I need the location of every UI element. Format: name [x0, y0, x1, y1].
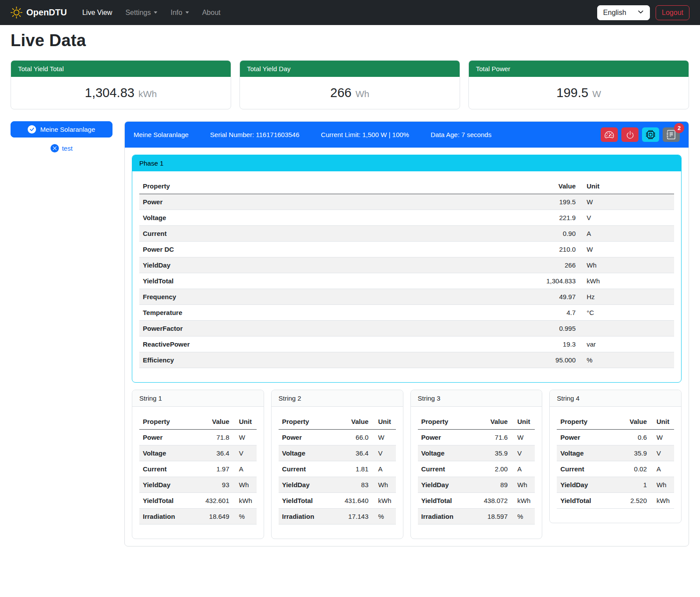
unit-cell: % — [372, 509, 396, 525]
device-info-button[interactable] — [642, 127, 659, 142]
column-header-property: Property — [279, 414, 331, 430]
property-cell: Voltage — [418, 445, 470, 461]
unit-cell: A — [650, 461, 674, 477]
check-circle-icon — [28, 125, 36, 134]
string-3-table: Property Value Unit Power71.6WVoltage35.… — [418, 414, 535, 525]
property-cell: YieldDay — [139, 257, 522, 273]
property-cell: Current — [418, 461, 470, 477]
table-row: YieldDay266Wh — [139, 257, 674, 273]
string-4-card: String 4 Property Value Unit Power0.6WVo… — [549, 390, 682, 523]
power-button[interactable] — [621, 127, 638, 142]
card-unit: Wh — [355, 89, 370, 99]
unit-cell — [579, 321, 674, 336]
string-3-card: String 3 Property Value Unit Power71.6WV… — [410, 390, 543, 539]
unit-cell: V — [511, 445, 535, 461]
property-cell: Frequency — [139, 289, 522, 305]
property-cell: Current — [557, 461, 614, 477]
nav-item-info[interactable]: Info — [164, 5, 196, 20]
unit-cell: kWh — [579, 273, 674, 289]
string-2-table: Property Value Unit Power66.0WVoltage36.… — [279, 414, 396, 525]
unit-cell: % — [579, 352, 674, 368]
unit-cell: Hz — [579, 289, 674, 305]
x-circle-icon — [51, 144, 59, 152]
value-cell: 71.6 — [470, 430, 511, 445]
table-row: Power71.8W — [139, 430, 257, 445]
value-cell: 210.0 — [522, 242, 579, 257]
string-2-card: String 2 Property Value Unit Power66.0WV… — [271, 390, 403, 539]
value-cell: 93 — [192, 477, 233, 493]
table-row: Power71.6W — [418, 430, 535, 445]
table-row: YieldTotal438.072kWh — [418, 493, 535, 509]
value-cell: 19.3 — [522, 336, 579, 352]
value-cell: 35.9 — [614, 445, 650, 461]
inverter-select-button-meine-solaranlage[interactable]: Meine Solaranlage — [11, 121, 112, 137]
language-select[interactable]: English — [597, 5, 650, 20]
table-row: YieldDay93Wh — [139, 477, 257, 493]
property-cell: Voltage — [139, 210, 522, 226]
table-header-row: Property Value Unit — [139, 414, 257, 430]
table-row: Irradiation18.649% — [139, 509, 257, 525]
inverter-limit: Current Limit: 1,500 W | 100% — [321, 131, 409, 138]
value-cell: 0.90 — [522, 226, 579, 242]
property-cell: YieldDay — [279, 477, 331, 493]
table-row: Frequency49.97Hz — [139, 289, 674, 305]
table-row: YieldTotal431.640kWh — [279, 493, 396, 509]
unit-cell: V — [233, 445, 257, 461]
column-header-unit: Unit — [650, 414, 674, 430]
inverter-name-label: Meine Solaranlage — [40, 126, 95, 133]
unit-cell: W — [511, 430, 535, 445]
property-cell: Current — [279, 461, 331, 477]
nav-links: Live View Settings Info About — [76, 5, 227, 20]
string-4-table: Property Value Unit Power0.6WVoltage35.9… — [557, 414, 674, 509]
value-cell: 1.81 — [331, 461, 372, 477]
event-log-button[interactable]: 2 — [663, 127, 680, 142]
summary-cards-row: Total Yield Total 1,304.83kWh Total Yiel… — [11, 60, 689, 109]
property-cell: Power — [139, 194, 522, 210]
unit-cell: % — [233, 509, 257, 525]
cpu-icon — [646, 130, 655, 139]
unit-cell: W — [233, 430, 257, 445]
value-cell: 221.9 — [522, 210, 579, 226]
value-cell: 4.7 — [522, 305, 579, 321]
value-cell: 18.597 — [470, 509, 511, 525]
app-brand: OpenDTU — [11, 7, 67, 18]
value-cell: 1.97 — [192, 461, 233, 477]
table-row: Current1.81A — [279, 461, 396, 477]
journal-events-icon — [667, 130, 676, 139]
column-header-unit: Unit — [579, 178, 674, 194]
logout-button[interactable]: Logout — [656, 5, 689, 20]
string-title: String 3 — [411, 390, 542, 407]
column-header-value: Value — [470, 414, 511, 430]
inverter-select-link-test[interactable]: test — [11, 144, 112, 152]
inverter-actions: 2 — [601, 127, 680, 142]
unit-cell: °C — [579, 305, 674, 321]
total-yield-day-card: Total Yield Day 266Wh — [239, 60, 460, 109]
unit-cell: A — [511, 461, 535, 477]
property-cell: YieldDay — [418, 477, 470, 493]
unit-cell: A — [579, 226, 674, 242]
nav-item-settings[interactable]: Settings — [119, 5, 164, 20]
property-cell: YieldTotal — [139, 493, 192, 509]
unit-cell: W — [579, 194, 674, 210]
inverter-name: Meine Solaranlage — [134, 131, 189, 138]
inverter-panel-header: Meine Solaranlage Serial Number: 1161716… — [125, 122, 689, 148]
inverter-serial: Serial Number: 116171603546 — [210, 131, 299, 138]
caret-down-icon — [154, 11, 157, 15]
nav-item-live-view[interactable]: Live View — [76, 5, 119, 20]
property-cell: Voltage — [557, 445, 614, 461]
column-header-value: Value — [614, 414, 650, 430]
nav-item-about[interactable]: About — [196, 5, 227, 20]
unit-cell: kWh — [372, 493, 396, 509]
unit-cell: V — [372, 445, 396, 461]
limit-settings-button[interactable] — [601, 127, 618, 142]
property-cell: Irradiation — [139, 509, 192, 525]
chevron-down-icon — [638, 9, 644, 17]
value-cell: 2.520 — [614, 493, 650, 509]
table-row: Voltage221.9V — [139, 210, 674, 226]
phase-1-card: Phase 1 Property Value Unit Power199.5WV… — [132, 155, 682, 383]
table-row: PowerFactor0.995 — [139, 321, 674, 336]
card-title: Total Power — [469, 61, 689, 77]
table-row: Temperature4.7°C — [139, 305, 674, 321]
unit-cell: Wh — [511, 477, 535, 493]
unit-cell: Wh — [650, 477, 674, 493]
